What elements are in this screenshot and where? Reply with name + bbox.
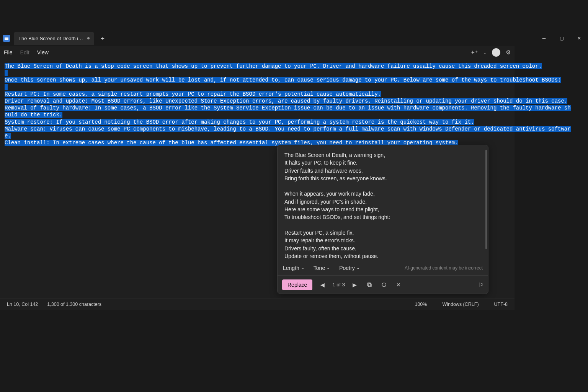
- tab-title: The Blue Screen of Death is a stop: [18, 36, 83, 41]
- cursor-position[interactable]: Ln 10, Col 142: [7, 302, 38, 307]
- chevron-down-icon: ⌄: [301, 265, 304, 270]
- close-panel-button[interactable]: ✕: [394, 282, 403, 288]
- ai-disclaimer: AI-generated content may be incorrect: [405, 265, 483, 271]
- ai-suggestion-text: The Blue Screen of Death, a warning sign…: [278, 145, 488, 260]
- status-bar: Ln 10, Col 142 1,300 of 1,300 characters…: [0, 299, 514, 309]
- chevron-down-icon: ⌄: [327, 265, 330, 270]
- report-button[interactable]: ⚐: [479, 282, 483, 288]
- selection-count[interactable]: 1,300 of 1,300 characters: [47, 302, 101, 307]
- svg-rect-0: [368, 284, 371, 287]
- copy-button[interactable]: [365, 282, 374, 288]
- scrollbar[interactable]: [485, 150, 487, 249]
- svg-rect-1: [368, 283, 371, 286]
- menu-view[interactable]: View: [37, 49, 49, 56]
- minimize-button[interactable]: ─: [535, 31, 553, 46]
- menu-edit[interactable]: Edit: [20, 49, 29, 56]
- tone-dropdown[interactable]: Tone⌄: [314, 265, 330, 271]
- tab-bar: The Blue Screen of Death is a stop ＋: [0, 31, 514, 46]
- line-ending[interactable]: Windows (CRLF): [442, 302, 479, 307]
- ai-options-row: Length⌄ Tone⌄ Poetry⌄ AI-generated conte…: [278, 260, 488, 275]
- encoding[interactable]: UTF-8: [494, 302, 508, 307]
- close-button[interactable]: ✕: [570, 31, 588, 46]
- chevron-down-icon[interactable]: ⌄: [483, 50, 487, 55]
- new-tab-button[interactable]: ＋: [97, 33, 108, 44]
- previous-button[interactable]: ◀: [318, 282, 327, 288]
- ai-rewrite-panel: The Blue Screen of Death, a warning sign…: [277, 145, 488, 294]
- next-button[interactable]: ▶: [350, 282, 359, 288]
- settings-icon[interactable]: ⚙: [506, 49, 511, 56]
- ai-sparkle-icon[interactable]: ✦⁺: [470, 49, 478, 56]
- user-avatar[interactable]: [492, 48, 500, 57]
- document-tab[interactable]: The Blue Screen of Death is a stop: [14, 32, 94, 45]
- chevron-down-icon: ⌄: [356, 265, 360, 270]
- ai-actions-row: Replace ◀ 1 of 3 ▶ ✕ ⚐: [278, 275, 488, 294]
- text-editor[interactable]: The Blue Screen of Death is a stop code …: [0, 59, 514, 146]
- replace-button[interactable]: Replace: [282, 279, 312, 290]
- zoom-level[interactable]: 100%: [415, 302, 427, 307]
- unsaved-indicator-icon: [87, 37, 90, 39]
- regenerate-button[interactable]: [379, 282, 389, 288]
- window-controls: ─ ▢ ✕: [535, 31, 588, 46]
- maximize-button[interactable]: ▢: [553, 31, 570, 46]
- length-dropdown[interactable]: Length⌄: [283, 265, 304, 271]
- format-dropdown[interactable]: Poetry⌄: [339, 265, 359, 271]
- pager-label: 1 of 3: [332, 282, 345, 287]
- menu-file[interactable]: File: [4, 49, 13, 56]
- menu-bar: File Edit View ✦⁺ ⌄ ⚙: [0, 46, 514, 59]
- document-icon: [3, 35, 10, 42]
